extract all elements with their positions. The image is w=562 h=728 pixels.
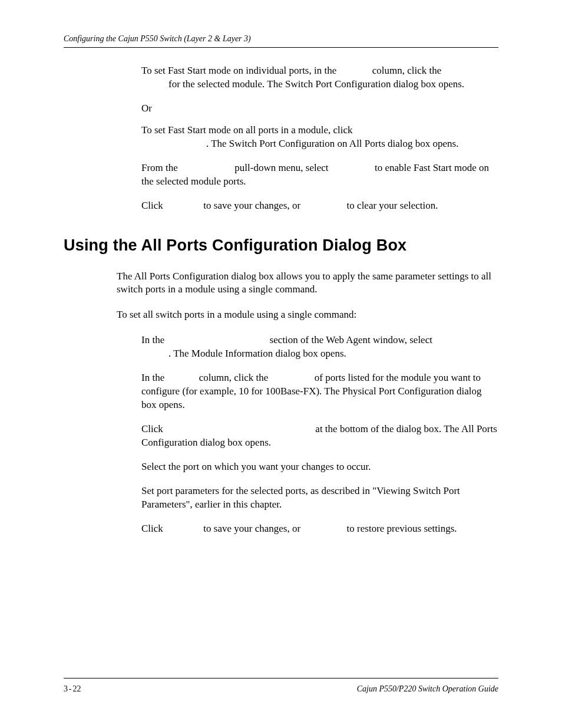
step-2: In the column, click the of ports listed… <box>141 371 498 412</box>
step-6: Click to save your changes, or to restor… <box>141 522 498 536</box>
text: To set Fast Start mode on individual por… <box>141 65 339 76</box>
header-rule <box>64 47 498 48</box>
text: at the bottom of the dialog box. The All… <box>141 423 497 448</box>
intro-para-1: The All Ports Configuration dialog box a… <box>117 270 498 297</box>
footer-rule <box>64 678 498 678</box>
text: pull-down menu, select <box>234 162 330 173</box>
steps-block: In the section of the Web Agent window, … <box>141 334 498 535</box>
body-block-top: To set Fast Start mode on individual por… <box>141 64 498 213</box>
page-footer: 3-22 Cajun P550/P220 Switch Operation Gu… <box>64 678 498 694</box>
page-number: 3-22 <box>64 684 81 694</box>
step-3: Click at the bottom of the dialog box. T… <box>141 423 498 450</box>
text: In the <box>141 372 167 383</box>
text: to restore previous settings. <box>347 523 457 534</box>
text: . The Module Information dialog box open… <box>141 347 498 361</box>
intro-block: The All Ports Configuration dialog box a… <box>117 270 498 322</box>
text: Click <box>141 423 166 434</box>
step-5: Set port parameters for the selected por… <box>141 485 498 512</box>
section-heading: Using the All Ports Configuration Dialog… <box>64 236 498 255</box>
text: for the selected module. The Switch Port… <box>141 78 498 91</box>
guide-title: Cajun P550/P220 Switch Operation Guide <box>357 684 498 694</box>
text: To set Fast Start mode on all ports in a… <box>141 124 355 136</box>
para-or: Or <box>141 102 498 116</box>
step-4: Select the port on which you want your c… <box>141 460 498 474</box>
running-header: Configuring the Cajun P550 Switch (Layer… <box>64 34 498 44</box>
text: column, click the <box>199 372 271 383</box>
text: to save your changes, or <box>203 200 303 211</box>
page-num: 22 <box>72 684 81 693</box>
text: to clear your selection. <box>347 200 438 211</box>
text: From the <box>141 162 180 173</box>
text: Click <box>141 523 166 534</box>
page-chapter: 3 <box>64 684 68 693</box>
para-fast-start-menu: From the pull-down menu, select to enabl… <box>141 162 498 189</box>
para-set-individual: To set Fast Start mode on individual por… <box>141 64 498 91</box>
text: Click <box>141 200 166 211</box>
intro-para-2: To set all switch ports in a module usin… <box>117 308 498 322</box>
text: In the <box>141 334 167 345</box>
para-apply-cancel: Click to save your changes, or to clear … <box>141 199 498 213</box>
text: column, click the <box>372 65 444 76</box>
text: section of the Web Agent window, select <box>270 334 435 345</box>
text: to save your changes, or <box>203 523 303 534</box>
para-set-all: To set Fast Start mode on all ports in a… <box>141 124 498 151</box>
text: of ports listed for the module you want … <box>141 372 482 410</box>
text: . The Switch Port Configuration on All P… <box>141 137 498 151</box>
step-1: In the section of the Web Agent window, … <box>141 334 498 361</box>
